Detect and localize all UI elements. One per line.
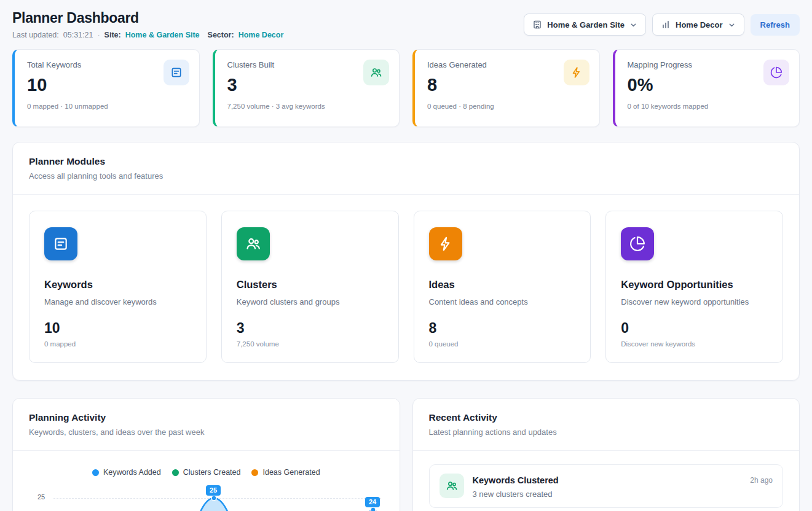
module-card-keyword-opportunities[interactable]: Keyword Opportunities Discover new keywo… [605,211,783,363]
meta-line: Last updated: 05:31:21 · Site: Home & Ga… [12,31,283,39]
site-link[interactable]: Home & Garden Site [125,31,200,39]
module-sub: 7,250 volume [237,340,384,348]
module-sub: 0 queued [429,340,576,348]
modules-subtitle: Access all planning tools and features [29,171,783,181]
header-left: Planner Dashboard Last updated: 05:31:21… [12,10,283,39]
keywords-added-line [53,483,388,511]
planner-dashboard-page: Planner Dashboard Last updated: 05:31:21… [0,0,812,511]
legend-dot-blue [92,469,99,476]
module-value: 3 [237,320,384,337]
sector-link[interactable]: Home Decor [238,31,284,39]
stat-card-total-keywords: Total Keywords 10 0 mapped · 10 unmapped [12,49,200,127]
data-point-label: 25 [206,485,221,496]
legend-dot-orange [251,469,258,476]
stat-card-mapping-progress: Mapping Progress 0% 0 of 10 keywords map… [613,49,800,127]
chevron-down-icon [629,21,637,29]
feed-item-description: 3 new clusters created [473,490,742,499]
feed-item-title: Keywords Clustered [473,475,742,485]
site-dropdown[interactable]: Home & Garden Site [524,14,646,36]
module-card-ideas[interactable]: Ideas Content ideas and concepts 8 0 que… [414,211,591,363]
legend-dot-green [172,469,179,476]
legend-item-keywords-added: Keywords Added [92,468,161,477]
page-title: Planner Dashboard [12,10,283,26]
recent-activity-title: Recent Activity [429,412,784,423]
bottom-row: Planning Activity Keywords, clusters, an… [12,398,800,511]
stat-sub: 0 queued · 8 pending [427,103,588,110]
stats-row: Total Keywords 10 0 mapped · 10 unmapped… [12,49,800,127]
site-dropdown-label: Home & Garden Site [547,20,625,29]
page-header: Planner Dashboard Last updated: 05:31:21… [12,10,800,39]
module-title: Keyword Opportunities [621,279,768,291]
users-icon [440,474,464,498]
stat-sub: 7,250 volume · 3 avg keywords [227,103,388,110]
chevron-down-icon [728,21,736,29]
legend-label: Clusters Created [183,468,241,477]
planning-activity-header: Planning Activity Keywords, clusters, an… [13,399,400,451]
document-icon [164,60,189,85]
module-title: Keywords [44,279,191,291]
module-title: Clusters [237,279,384,291]
module-sub: 0 mapped [44,340,191,348]
module-value: 0 [621,320,768,337]
lightning-icon [564,60,589,85]
modules-grid: Keywords Manage and discover keywords 10… [13,195,799,380]
last-updated-label: Last updated: [12,31,59,39]
module-description: Content ideas and concepts [429,297,576,306]
sector-dropdown-label: Home Decor [676,20,723,29]
module-description: Discover new keyword opportunities [621,297,768,306]
module-title: Ideas [429,279,576,291]
planner-modules-panel: Planner Modules Access all planning tool… [12,142,800,381]
document-icon [44,227,77,260]
module-card-keywords[interactable]: Keywords Manage and discover keywords 10… [29,211,207,363]
module-value: 10 [44,320,191,337]
planning-activity-subtitle: Keywords, clusters, and ideas over the p… [29,427,384,437]
stat-sub: 0 of 10 keywords mapped [628,103,789,110]
bar-chart-icon [661,20,671,29]
module-sub: Discover new keywords [621,340,768,348]
stat-card-ideas-generated: Ideas Generated 8 0 queued · 8 pending [412,49,600,127]
recent-activity-header: Recent Activity Latest planning actions … [413,399,800,451]
chart-legend: Keywords Added Clusters Created Ideas Ge… [29,468,384,477]
pie-chart-icon [621,227,654,260]
recent-activity-panel: Recent Activity Latest planning actions … [412,398,800,511]
recent-activity-subtitle: Latest planning actions and updates [429,427,784,437]
refresh-button[interactable]: Refresh [751,14,800,36]
legend-item-ideas-generated: Ideas Generated [251,468,320,477]
sector-dropdown[interactable]: Home Decor [652,14,744,36]
users-icon [237,227,270,260]
planning-activity-body: Keywords Added Clusters Created Ideas Ge… [13,451,400,511]
users-icon [363,60,389,85]
data-point-label: 24 [365,497,380,507]
legend-item-clusters-created: Clusters Created [172,468,241,477]
module-description: Keyword clusters and groups [237,297,384,306]
module-value: 8 [429,320,576,337]
stat-sub: 0 mapped · 10 unmapped [27,103,188,110]
module-card-clusters[interactable]: Clusters Keyword clusters and groups 3 7… [221,211,399,363]
feed-item-text: Keywords Clustered 3 new clusters create… [473,474,742,499]
planning-activity-chart: 25 25 24 [29,483,384,511]
legend-label: Ideas Generated [262,468,320,477]
stat-card-clusters-built: Clusters Built 3 7,250 volume · 3 avg ke… [213,49,400,127]
header-controls: Home & Garden Site Home Decor Refresh [524,14,800,36]
modules-title: Planner Modules [29,156,783,167]
modules-header: Planner Modules Access all planning tool… [13,142,799,195]
activity-feed-item: Keywords Clustered 3 new clusters create… [429,464,784,508]
recent-activity-body: Keywords Clustered 3 new clusters create… [413,451,800,511]
feed-item-timestamp: 2h ago [750,476,773,499]
meta-separator: · [97,31,100,39]
last-updated-value: 05:31:21 [63,31,93,39]
planning-activity-panel: Planning Activity Keywords, clusters, an… [12,398,400,511]
pie-chart-icon [763,60,789,85]
building-icon [532,20,542,29]
lightning-icon [429,227,462,260]
planning-activity-title: Planning Activity [29,412,384,423]
sector-label: Sector: [208,31,234,39]
module-description: Manage and discover keywords [44,297,191,306]
legend-label: Keywords Added [103,468,161,477]
y-axis-tick: 25 [37,493,45,501]
site-label: Site: [104,31,121,39]
